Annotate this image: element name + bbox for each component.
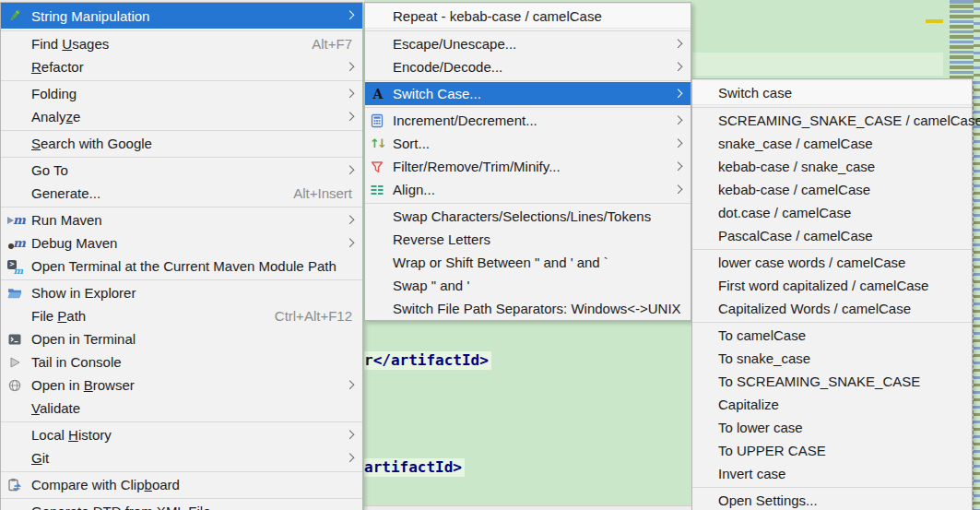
submenu-arrow-icon bbox=[674, 184, 683, 194]
menu-item-invert-case[interactable]: Invert case bbox=[692, 462, 972, 485]
menu-item-open-in-browser[interactable]: Open in Browser bbox=[1, 374, 362, 397]
submenu-arrow-icon bbox=[346, 380, 355, 389]
menu-item-folding[interactable]: Folding bbox=[1, 82, 362, 105]
menu-item-switch-file-path-separators-windows-unix[interactable]: Switch File Path Separators: Windows<->U… bbox=[365, 297, 691, 320]
menu-item-search-with-google[interactable]: Search with Google bbox=[1, 132, 362, 155]
submenu-arrow-icon bbox=[346, 165, 355, 174]
menu-item-label: dot.case / camelCase bbox=[718, 205, 851, 220]
menu-item-increment-decrement[interactable]: Increment/Decrement... bbox=[365, 109, 691, 132]
submenu-arrow-icon bbox=[346, 215, 355, 224]
menu-item-git[interactable]: Git bbox=[1, 446, 362, 469]
menu-item-label: Sort... bbox=[393, 136, 430, 151]
menu-item-label: Go To bbox=[31, 162, 68, 178]
menu-item-label: Switch File Path Separators: Windows<->U… bbox=[393, 301, 681, 316]
menu-item-first-word-capitalized-camelcase[interactable]: First word capitalized / camelCase bbox=[692, 274, 972, 297]
menu-item-open-settings[interactable]: Open Settings... bbox=[692, 489, 972, 510]
menu-item-local-history[interactable]: Local History bbox=[1, 423, 362, 446]
menu-item-find-usages[interactable]: Find UsagesAlt+F7 bbox=[1, 32, 362, 55]
menu-item-sort[interactable]: ↑↓Sort... bbox=[365, 132, 691, 155]
editor-bottom-strip bbox=[364, 505, 691, 510]
editor-highlight-band bbox=[692, 53, 943, 76]
submenu-arrow-icon bbox=[346, 112, 355, 121]
align-icon bbox=[370, 183, 386, 197]
maven-run-icon: m bbox=[7, 213, 24, 228]
menu-item-run-maven[interactable]: mRun Maven bbox=[1, 208, 362, 231]
sort-icon: ↑↓ bbox=[370, 136, 386, 151]
menu-item-open-in-terminal[interactable]: Open in Terminal bbox=[1, 327, 362, 350]
menu-item-to-snake-case[interactable]: To snake_case bbox=[692, 347, 972, 370]
menu-item-capitalized-words-camelcase[interactable]: Capitalized Words / camelCase bbox=[692, 297, 972, 320]
menu-item-label: Generate... bbox=[31, 185, 100, 201]
switch-case-submenu: Switch caseSCREAMING_SNAKE_CASE / camelC… bbox=[691, 78, 973, 510]
menu-item-repeat-kebab-case-camelcase[interactable]: Repeat - kebab-case / camelCase bbox=[365, 3, 691, 29]
menu-item-kebab-case-snake-case[interactable]: kebab-case / snake_case bbox=[692, 155, 972, 178]
menu-item-debug-maven[interactable]: mDebug Maven bbox=[1, 231, 362, 255]
menu-item-generate-dtd-from-xml-file[interactable]: Generate DTD from XML File... bbox=[1, 500, 362, 510]
menu-item-filter-remove-trim-minify[interactable]: Filter/Remove/Trim/Minify... bbox=[365, 155, 691, 178]
terminal-maven-icon: >m bbox=[7, 259, 24, 274]
menu-item-to-screaming-snake-case[interactable]: To SCREAMING_SNAKE_CASE bbox=[692, 370, 972, 393]
menu-item-lower-case-words-camelcase[interactable]: lower case words / camelCase bbox=[692, 251, 972, 274]
menu-item-swap-characters-selections-lines-tokens[interactable]: Swap Characters/Selections/Lines/Tokens bbox=[365, 205, 691, 228]
submenu-arrow-icon bbox=[674, 138, 683, 148]
menu-item-string-manipulation[interactable]: String Manipulation bbox=[1, 3, 362, 29]
submenu-arrow-icon bbox=[674, 161, 683, 171]
globe-icon bbox=[7, 378, 24, 393]
submenu-arrow-icon bbox=[346, 10, 355, 19]
menu-item-wrap-or-shift-between-and-and[interactable]: Wrap or Shift Between " and ' and ` bbox=[365, 251, 691, 274]
menu-item-snake-case-camelcase[interactable]: snake_case / camelCase bbox=[692, 132, 972, 155]
menu-item-switch-case[interactable]: ASwitch Case... bbox=[365, 82, 691, 105]
menu-item-label: Find Usages bbox=[31, 36, 109, 52]
menu-item-kebab-case-camelcase[interactable]: kebab-case / camelCase bbox=[692, 178, 972, 201]
code-line-artifactid-open[interactable]: artifactId> bbox=[364, 458, 465, 477]
menu-item-screaming-snake-case-camelcase[interactable]: SCREAMING_SNAKE_CASE / camelCase bbox=[692, 109, 972, 132]
shortcut-label: Alt+Insert bbox=[293, 185, 352, 201]
menu-item-analyze[interactable]: Analyze bbox=[1, 105, 362, 128]
menu-item-capitalize[interactable]: Capitalize bbox=[692, 393, 972, 416]
menu-item-dot-case-camelcase[interactable]: dot.case / camelCase bbox=[692, 201, 972, 224]
menu-item-label: To camelCase bbox=[718, 327, 806, 343]
menu-item-label: Git bbox=[31, 450, 49, 466]
menu-item-encode-decode[interactable]: Encode/Decode... bbox=[365, 55, 691, 78]
menu-item-label: Switch Case... bbox=[393, 86, 481, 101]
menu-item-escape-unescape[interactable]: Escape/Unescape... bbox=[365, 32, 691, 55]
menu-item-file-path[interactable]: File PathCtrl+Alt+F12 bbox=[1, 304, 362, 327]
menu-item-refactor[interactable]: Refactor bbox=[1, 55, 362, 78]
switch-case-icon: A bbox=[370, 87, 386, 101]
submenu-arrow-icon bbox=[346, 62, 355, 71]
code-line-artifactid-close[interactable]: r</artifactId> bbox=[364, 351, 491, 370]
menu-item-label: Analyze bbox=[31, 109, 80, 125]
menu-item-validate[interactable]: Validate bbox=[1, 397, 362, 420]
menu-item-to-camelcase[interactable]: To camelCase bbox=[692, 324, 972, 347]
calculator-icon bbox=[370, 113, 386, 128]
menu-item-go-to[interactable]: Go To bbox=[1, 159, 362, 182]
folder-open-icon bbox=[7, 286, 24, 301]
string-manipulation-submenu: Repeat - kebab-case / camelCaseEscape/Un… bbox=[364, 2, 691, 321]
menu-item-label: Open in Browser bbox=[31, 377, 135, 393]
menu-item-to-lower-case[interactable]: To lower case bbox=[692, 416, 972, 439]
menu-item-label: kebab-case / snake_case bbox=[718, 159, 875, 174]
code-text: r bbox=[364, 351, 373, 369]
menu-item-swap-and[interactable]: Swap " and ' bbox=[365, 274, 691, 297]
menu-item-align[interactable]: Align... bbox=[365, 178, 691, 201]
xml-tag: artifactId> bbox=[364, 458, 462, 476]
menu-item-label: Invert case bbox=[718, 466, 785, 481]
menu-item-label: Folding bbox=[31, 86, 77, 101]
menu-item-open-terminal-at-the-current-maven-module-path[interactable]: >mOpen Terminal at the Current Maven Mod… bbox=[1, 255, 362, 278]
menu-item-label: Filter/Remove/Trim/Minify... bbox=[393, 159, 561, 174]
menu-item-reverse-letters[interactable]: Reverse Letters bbox=[365, 228, 691, 251]
menu-item-label: Refactor bbox=[31, 59, 84, 75]
menu-item-label: First word capitalized / camelCase bbox=[718, 278, 928, 293]
menu-item-compare-with-clipboard[interactable]: Compare with Clipboard bbox=[1, 473, 362, 496]
menu-item-generate[interactable]: Generate...Alt+Insert bbox=[1, 182, 362, 205]
menu-item-pascalcase-camelcase[interactable]: PascalCase / camelCase bbox=[692, 224, 972, 247]
menu-item-tail-in-console[interactable]: Tail in Console bbox=[1, 350, 362, 374]
menu-item-label: snake_case / camelCase bbox=[718, 136, 873, 151]
pencil-icon bbox=[7, 8, 24, 23]
menu-item-label: PascalCase / camelCase bbox=[718, 228, 873, 243]
menu-item-to-upper-case[interactable]: To UPPER CASE bbox=[692, 439, 972, 462]
menu-item-label: Swap " and ' bbox=[393, 278, 469, 293]
menu-item-show-in-explorer[interactable]: Show in Explorer bbox=[1, 281, 362, 304]
menu-item-switch-case[interactable]: Switch case bbox=[692, 79, 972, 105]
scrollbar-error-stripe[interactable] bbox=[974, 0, 980, 510]
